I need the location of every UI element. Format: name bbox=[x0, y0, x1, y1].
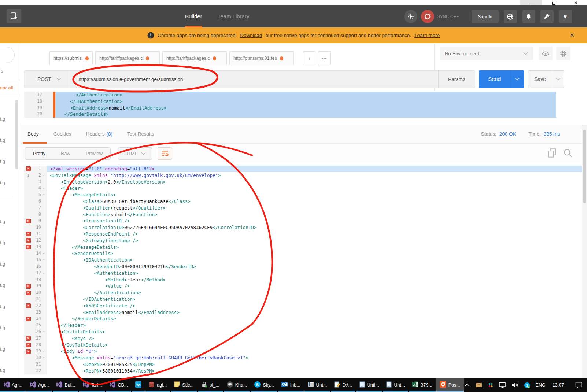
response-tab-cookies[interactable]: Cookies bbox=[53, 131, 71, 137]
send-options-button[interactable] bbox=[510, 70, 524, 88]
history-item[interactable]: t.g bbox=[0, 347, 5, 352]
response-body-code[interactable]: × 1 <?xml version="1.0" encoding="utf-8"… bbox=[24, 163, 582, 378]
copy-icon[interactable] bbox=[548, 148, 557, 159]
wrap-lines-icon[interactable] bbox=[158, 147, 172, 160]
view-mode-pretty[interactable]: Pretty bbox=[25, 148, 53, 159]
error-icon[interactable]: × bbox=[26, 284, 31, 289]
nav-tab-team-library[interactable]: Team Library bbox=[218, 5, 250, 27]
speaker-icon[interactable] bbox=[512, 382, 518, 388]
taskbar-item[interactable]: Tari... bbox=[79, 378, 106, 392]
display-icon[interactable] bbox=[499, 382, 506, 388]
sync-icon[interactable] bbox=[421, 10, 434, 23]
request-tab[interactable]: http://tariffpackages.c bbox=[162, 51, 227, 65]
history-item[interactable]: t.g bbox=[0, 283, 5, 288]
wrench-icon[interactable] bbox=[540, 10, 554, 23]
fold-arrow-icon[interactable]: ▾ bbox=[41, 355, 47, 361]
taskbar-item[interactable]: Inb... bbox=[278, 378, 304, 392]
params-button[interactable]: Params bbox=[438, 71, 475, 88]
environment-selector[interactable]: No Environment bbox=[440, 47, 533, 60]
fold-arrow-icon[interactable]: ▾ bbox=[41, 270, 47, 277]
close-icon[interactable]: ✕ bbox=[566, 0, 585, 5]
taskbar-item[interactable]: X 379... bbox=[409, 378, 435, 392]
globe-icon[interactable] bbox=[504, 10, 517, 23]
taskbar-item[interactable]: Unt... bbox=[304, 378, 331, 392]
taskbar-item[interactable]: Unti... bbox=[356, 378, 383, 392]
taskbar-item[interactable]: agi... bbox=[145, 378, 170, 392]
taskbar-item[interactable]: Agr... bbox=[26, 378, 52, 392]
taskbar-item[interactable]: CB... bbox=[106, 378, 131, 392]
gear-icon[interactable] bbox=[556, 47, 570, 60]
request-tab[interactable]: http://ptmssms.01.tes bbox=[229, 51, 294, 65]
fold-arrow-icon[interactable]: ▾ bbox=[41, 192, 47, 198]
fold-arrow-icon[interactable]: ▾ bbox=[41, 172, 47, 179]
sidebar-scrollbar[interactable] bbox=[15, 100, 18, 169]
save-button[interactable]: Save bbox=[528, 71, 552, 88]
taskbar-item[interactable]: D:\... bbox=[331, 378, 355, 392]
tray-mail-icon[interactable] bbox=[476, 382, 482, 388]
scrollbar-thumb[interactable] bbox=[583, 130, 586, 203]
history-item[interactable]: t.g bbox=[0, 219, 5, 224]
taskbar-item[interactable]: Agr... bbox=[0, 378, 26, 392]
send-button[interactable]: Send bbox=[479, 70, 510, 88]
request-editor-snippet[interactable]: 17 </Authentication> 18 </IDAuthenticati… bbox=[24, 92, 556, 118]
error-icon[interactable]: × bbox=[26, 343, 31, 347]
chevron-up-icon[interactable] bbox=[464, 383, 470, 387]
slack-icon[interactable] bbox=[488, 382, 494, 388]
download-link[interactable]: Download bbox=[240, 33, 262, 38]
history-item[interactable]: t.g bbox=[0, 180, 5, 185]
taskbar-item[interactable]: S Sky... bbox=[251, 378, 277, 392]
save-options-button[interactable] bbox=[552, 71, 564, 88]
history-item[interactable]: t.g bbox=[0, 325, 5, 330]
response-tab-body[interactable]: Body bbox=[27, 131, 39, 137]
minimize-icon[interactable]: — bbox=[520, 0, 542, 5]
taskbar-item[interactable]: Bul... bbox=[53, 378, 78, 392]
history-item[interactable]: t.g bbox=[0, 117, 5, 122]
taskbar-item[interactable]: Kha... bbox=[224, 378, 251, 392]
history-item[interactable]: t.g bbox=[0, 368, 5, 373]
add-tab-button[interactable]: + bbox=[303, 51, 315, 65]
view-mode-preview[interactable]: Preview bbox=[78, 148, 110, 159]
history-item[interactable]: t.g bbox=[0, 138, 5, 143]
taskbar-item[interactable]: Pos... bbox=[436, 378, 464, 392]
taskbar-item[interactable]: Stic... bbox=[171, 378, 197, 392]
bell-icon[interactable] bbox=[522, 10, 535, 23]
sidebar-search-input[interactable] bbox=[0, 47, 15, 63]
fold-arrow-icon[interactable]: ▾ bbox=[41, 348, 47, 355]
error-icon[interactable]: × bbox=[26, 349, 31, 354]
response-tab-test-results[interactable]: Test Results bbox=[127, 131, 154, 137]
history-item[interactable]: t.g bbox=[0, 159, 5, 164]
clear-all-link[interactable]: ear all bbox=[0, 85, 13, 90]
taskbar-item[interactable]: Unt... bbox=[383, 378, 408, 392]
error-icon[interactable]: × bbox=[26, 238, 31, 243]
fold-arrow-icon[interactable]: ▾ bbox=[41, 185, 47, 192]
vertical-scrollbar[interactable] bbox=[582, 125, 587, 378]
nav-tab-builder[interactable]: Builder bbox=[185, 5, 202, 27]
error-icon[interactable]: × bbox=[26, 166, 31, 171]
banner-close-icon[interactable]: ✕ bbox=[570, 32, 575, 39]
error-icon[interactable]: × bbox=[26, 303, 31, 308]
history-item[interactable]: t.g bbox=[0, 240, 5, 245]
request-tab[interactable]: http://tariffpackages.c bbox=[95, 51, 160, 65]
eye-icon[interactable] bbox=[539, 47, 553, 60]
fold-arrow-icon[interactable]: ▾ bbox=[41, 250, 47, 257]
search-icon[interactable] bbox=[563, 148, 572, 159]
error-icon[interactable]: × bbox=[26, 219, 31, 223]
view-mode-raw[interactable]: Raw bbox=[53, 148, 78, 159]
history-item[interactable]: t.g bbox=[0, 262, 5, 267]
heart-icon[interactable]: ♥ bbox=[559, 10, 572, 23]
history-item[interactable]: t.g bbox=[0, 304, 5, 309]
info-icon[interactable]: i bbox=[27, 172, 29, 179]
error-icon[interactable]: × bbox=[26, 245, 31, 249]
taskbar-item[interactable]: WS bbox=[132, 378, 145, 392]
url-input[interactable]: https://submission.e-government.ge/submi… bbox=[70, 77, 438, 82]
error-icon[interactable]: × bbox=[26, 317, 31, 321]
fold-arrow-icon[interactable]: ▾ bbox=[41, 329, 47, 335]
language-dropdown[interactable]: HTML bbox=[118, 147, 152, 160]
error-icon[interactable]: × bbox=[26, 291, 31, 295]
learn-more-link[interactable]: Learn more bbox=[414, 33, 440, 38]
language-indicator[interactable]: ENG bbox=[536, 382, 546, 388]
restore-icon[interactable] bbox=[544, 0, 563, 5]
response-tab-headers[interactable]: Headers (8) bbox=[86, 131, 113, 137]
error-icon[interactable]: × bbox=[26, 336, 31, 341]
clock[interactable]: 13:07 bbox=[553, 382, 564, 388]
